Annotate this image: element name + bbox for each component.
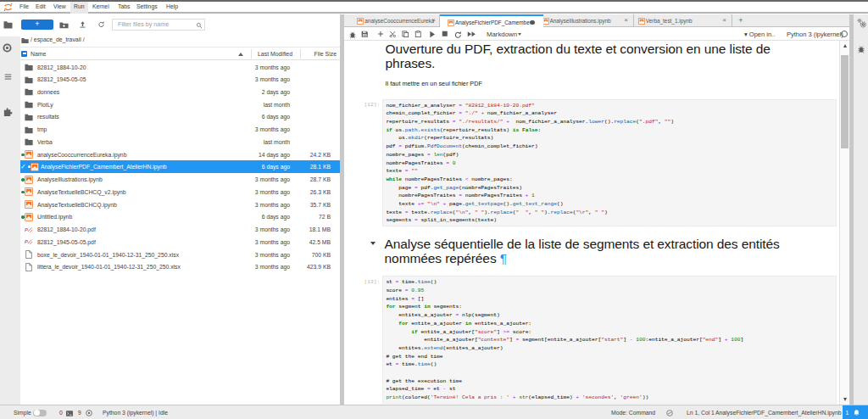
svg-text:P: P — [25, 227, 28, 232]
svg-text:P: P — [25, 239, 28, 244]
